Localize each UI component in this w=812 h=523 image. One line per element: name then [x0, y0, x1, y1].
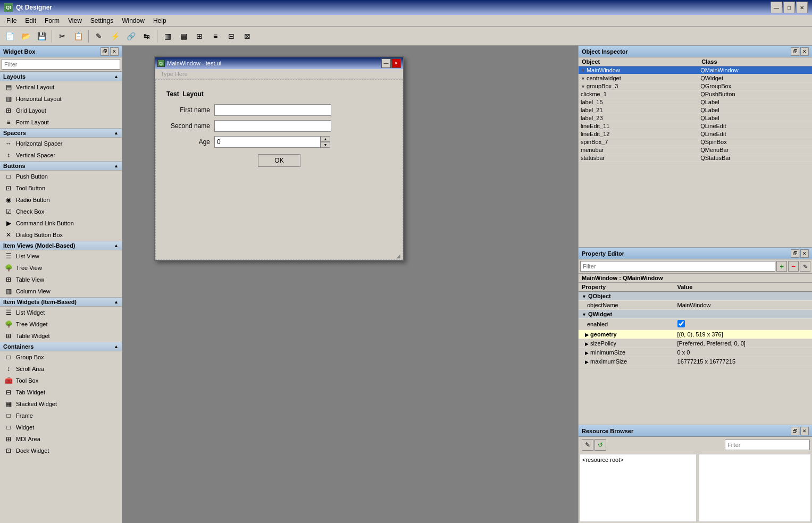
widget-dialog-button-box[interactable]: ✕ Dialog Button Box — [0, 229, 122, 241]
second-name-input[interactable] — [214, 120, 331, 132]
widget-filter-input[interactable] — [2, 59, 120, 70]
table-row[interactable]: ▼centralwidget QWidget — [579, 74, 812, 82]
menu-form[interactable]: Form — [40, 16, 64, 26]
toolbar-buddies[interactable]: 🔗 — [123, 29, 138, 44]
object-inspector-close[interactable]: ✕ — [800, 47, 809, 56]
menu-help[interactable]: Help — [149, 16, 171, 26]
list-item[interactable]: ▶ maximumSize 16777215 x 16777215 — [579, 357, 812, 366]
resource-filter-input[interactable] — [725, 440, 810, 450]
toolbar-layout-v[interactable]: ▤ — [176, 29, 191, 44]
list-item[interactable]: ▶ minimumSize 0 x 0 — [579, 348, 812, 357]
designer-menu-placeholder[interactable]: Type Here — [157, 70, 191, 78]
toolbar-open[interactable]: 📂 — [18, 29, 33, 44]
widget-tree-widget[interactable]: 🌳 Tree Widget — [0, 318, 122, 330]
list-item[interactable]: enabled — [579, 319, 812, 330]
widget-push-button[interactable]: □ Push Button — [0, 171, 122, 182]
toolbar-copy[interactable]: 📋 — [71, 29, 86, 44]
resource-edit-btn[interactable]: ✎ — [582, 439, 593, 451]
designer-close[interactable]: ✕ — [391, 58, 401, 68]
prop-config-btn[interactable]: ✎ — [800, 261, 810, 272]
list-item[interactable]: ▶ sizePolicy [Preferred, Preferred, 0, 0… — [579, 339, 812, 348]
table-row[interactable]: label_23 QLabel — [579, 114, 812, 122]
table-row[interactable]: label_15 QLabel — [579, 98, 812, 106]
widget-table-widget[interactable]: ⊞ Table Widget — [0, 330, 122, 342]
widget-tab-widget[interactable]: ⊟ Tab Widget — [0, 386, 122, 398]
spin-up[interactable]: ▲ — [321, 136, 330, 142]
widget-command-link-button[interactable]: ▶ Command Link Button — [0, 217, 122, 229]
menu-settings[interactable]: Settings — [86, 16, 118, 26]
category-buttons[interactable]: Buttons ▲ — [0, 161, 122, 171]
widget-widget[interactable]: □ Widget — [0, 421, 122, 433]
minimize-button[interactable]: — — [771, 2, 782, 13]
widget-tree-view[interactable]: 🌳 Tree View — [0, 262, 122, 274]
category-spacers[interactable]: Spacers ▲ — [0, 128, 122, 138]
widget-mdi-area[interactable]: ⊞ MDI Area — [0, 433, 122, 445]
widget-stacked-widget[interactable]: ▦ Stacked Widget — [0, 398, 122, 410]
table-row[interactable]: statusbar QStatusBar — [579, 154, 812, 162]
category-containers[interactable]: Containers ▲ — [0, 342, 122, 351]
widget-scroll-area[interactable]: ↕ Scroll Area — [0, 363, 122, 375]
table-row[interactable]: spinBox_7 QSpinBox — [579, 138, 812, 146]
widget-box-close[interactable]: ✕ — [110, 47, 119, 56]
category-item-widgets[interactable]: Item Widgets (Item-Based) ▲ — [0, 297, 122, 307]
prop-geometry-value[interactable]: [(0, 0), 519 x 376] — [674, 330, 812, 339]
widget-column-view[interactable]: ▥ Column View — [0, 285, 122, 297]
toolbar-widget-edit[interactable]: ✎ — [91, 29, 106, 44]
prop-filter-input[interactable] — [580, 261, 775, 272]
table-row[interactable]: lineEdit_11 QLineEdit — [579, 122, 812, 130]
widget-tool-box[interactable]: 🧰 Tool Box — [0, 375, 122, 386]
widget-tool-button[interactable]: ⊡ Tool Button — [0, 182, 122, 194]
prop-sizepolicy-value[interactable]: [Preferred, Preferred, 0, 0] — [674, 339, 812, 348]
object-inspector-restore[interactable]: 🗗 — [791, 47, 799, 56]
table-row[interactable]: clickme_1 QPushButton — [579, 90, 812, 98]
toolbar-signal-slot[interactable]: ⚡ — [107, 29, 122, 44]
widget-radio-button[interactable]: ◉ Radio Button — [0, 194, 122, 206]
resource-refresh-btn[interactable]: ↺ — [595, 439, 606, 451]
toolbar-save[interactable]: 💾 — [34, 29, 49, 44]
list-item[interactable]: objectName MainWindow — [579, 301, 812, 310]
age-input[interactable] — [214, 136, 321, 148]
designer-canvas[interactable]: Test_Layout First name Second name Age ▲ — [155, 79, 403, 260]
table-row[interactable]: lineEdit_12 QLineEdit — [579, 130, 812, 138]
list-item[interactable]: ▶ geometry [(0, 0), 519 x 376] — [579, 330, 812, 339]
canvas-area[interactable]: Qt MainWindow - test.ui — ✕ Type Here Te… — [122, 46, 578, 523]
table-row[interactable]: ▼groupBox_3 QGroupBox — [579, 82, 812, 90]
prop-objectname-value[interactable]: MainWindow — [674, 301, 812, 310]
close-button[interactable]: ✕ — [796, 2, 808, 13]
table-row[interactable]: label_21 QLabel — [579, 106, 812, 114]
resource-browser-close[interactable]: ✕ — [800, 427, 809, 435]
menu-view[interactable]: View — [64, 16, 86, 26]
category-layouts[interactable]: Layouts ▲ — [0, 72, 122, 81]
toolbar-layout-h[interactable]: ▥ — [160, 29, 175, 44]
widget-list-view[interactable]: ☰ List View — [0, 250, 122, 262]
widget-check-box[interactable]: ☑ Check Box — [0, 206, 122, 217]
widget-vertical-layout[interactable]: ▤ Vertical Layout — [0, 81, 122, 93]
age-spinbox[interactable]: ▲ ▼ — [214, 136, 330, 148]
spin-down[interactable]: ▼ — [321, 142, 330, 148]
property-editor-restore[interactable]: 🗗 — [791, 249, 799, 258]
toolbar-layout-form[interactable]: ≡ — [208, 29, 223, 44]
first-name-input[interactable] — [214, 104, 331, 116]
widget-form-layout[interactable]: ≡ Form Layout — [0, 116, 122, 128]
toolbar-adjust-size[interactable]: ⊠ — [240, 29, 255, 44]
toolbar-cut[interactable]: ✂ — [55, 29, 70, 44]
prop-maxsize-value[interactable]: 16777215 x 16777215 — [674, 357, 812, 366]
widget-table-view[interactable]: ⊞ Table View — [0, 274, 122, 285]
designer-minimize[interactable]: — — [381, 58, 391, 68]
table-row[interactable]: menubar QMenuBar — [579, 146, 812, 154]
table-row[interactable]: ▼MainWindow QMainWindow — [579, 66, 812, 74]
prop-remove-btn[interactable]: − — [788, 261, 799, 272]
prop-minsize-value[interactable]: 0 x 0 — [674, 348, 812, 357]
widget-horizontal-layout[interactable]: ▥ Horizontal Layout — [0, 93, 122, 105]
widget-vertical-spacer[interactable]: ↕ Vertical Spacer — [0, 149, 122, 161]
resource-browser-restore[interactable]: 🗗 — [791, 427, 799, 435]
resize-handle[interactable]: ◢ — [396, 253, 401, 258]
widget-horizontal-spacer[interactable]: ↔ Horizontal Spacer — [0, 138, 122, 149]
widget-group-box[interactable]: □ Group Box — [0, 351, 122, 363]
widget-box-restore[interactable]: 🗗 — [101, 47, 109, 56]
category-item-views[interactable]: Item Views (Model-Based) ▲ — [0, 241, 122, 250]
maximize-button[interactable]: □ — [783, 2, 795, 13]
widget-frame[interactable]: □ Frame — [0, 410, 122, 421]
menu-file[interactable]: File — [2, 16, 21, 26]
toolbar-tab-order[interactable]: ↹ — [139, 29, 154, 44]
